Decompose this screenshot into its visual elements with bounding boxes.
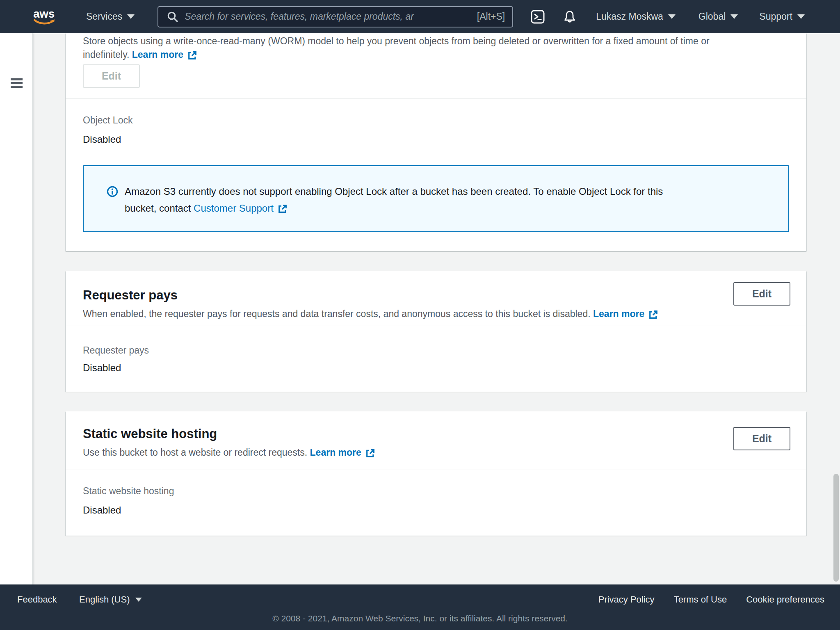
edit-requester-pays-button[interactable]: Edit (733, 282, 790, 306)
static-hosting-field-value: Disabled (83, 504, 789, 517)
bell-icon (562, 9, 577, 24)
chevron-down-icon (135, 598, 142, 602)
static-hosting-field-label: Static website hosting (83, 485, 789, 497)
cloudshell-terminal-icon (530, 9, 545, 24)
info-alert: Amazon S3 currently does not support ena… (83, 165, 789, 232)
external-link-icon (648, 310, 658, 320)
requester-pays-field-value: Disabled (83, 361, 789, 374)
notifications-button[interactable] (562, 9, 577, 24)
static-hosting-title: Static website hosting (83, 426, 789, 442)
alert-message: Amazon S3 currently does not support ena… (125, 183, 663, 217)
object-lock-description: Store objects using a write-once-read-ma… (83, 34, 789, 62)
learn-more-link[interactable]: Learn more (310, 446, 375, 459)
object-lock-field-label: Object Lock (83, 114, 789, 126)
language-selector[interactable]: English (US) (79, 594, 142, 605)
external-link-icon (277, 204, 288, 214)
main-content: Store objects using a write-once-read-ma… (33, 33, 840, 584)
account-name-label: Lukasz Moskwa (596, 11, 663, 22)
support-menu[interactable]: Support (759, 11, 805, 22)
aws-logo-icon: aws (32, 7, 57, 27)
chevron-down-icon (797, 14, 805, 19)
console-footer: Feedback English (US) Privacy Policy Ter… (0, 584, 840, 630)
cloudshell-button[interactable] (530, 9, 545, 24)
menu-bar (11, 78, 23, 80)
aws-logo[interactable]: aws (32, 7, 57, 27)
menu-icon[interactable] (11, 78, 23, 89)
static-hosting-description: Use this bucket to host a website or red… (83, 446, 789, 459)
top-navigation-bar: aws Services Search for services, featur… (0, 0, 840, 33)
region-label: Global (698, 11, 726, 22)
requester-pays-title: Requester pays (83, 288, 789, 303)
language-label: English (US) (79, 594, 130, 605)
learn-more-link[interactable]: Learn more (593, 307, 658, 321)
copyright-notice: © 2008 - 2021, Amazon Web Services, Inc.… (0, 614, 840, 623)
edit-static-hosting-button[interactable]: Edit (733, 427, 790, 450)
customer-support-link[interactable]: Customer Support (194, 200, 288, 217)
search-icon (167, 11, 179, 23)
cookie-preferences-link[interactable]: Cookie preferences (746, 594, 824, 605)
learn-more-link[interactable]: Learn more (132, 48, 197, 62)
chevron-down-icon (730, 14, 738, 19)
object-lock-field-value: Disabled (83, 133, 789, 146)
support-label: Support (759, 11, 792, 22)
requester-pays-description: When enabled, the requester pays for req… (83, 307, 789, 321)
search-input[interactable]: Search for services, features, marketpla… (158, 6, 513, 27)
search-placeholder: Search for services, features, marketpla… (185, 11, 414, 22)
privacy-policy-link[interactable]: Privacy Policy (598, 594, 655, 605)
collapsed-sidebar (0, 33, 33, 584)
requester-pays-field-label: Requester pays (83, 344, 789, 356)
services-label: Services (86, 11, 122, 22)
region-menu[interactable]: Global (698, 11, 738, 22)
static-website-hosting-card: Static website hosting Use this bucket t… (66, 411, 806, 536)
chevron-down-icon (127, 14, 135, 19)
info-icon (106, 185, 119, 198)
menu-bar (11, 82, 23, 84)
search-shortcut-hint: [Alt+S] (477, 11, 505, 22)
svg-text:aws: aws (33, 7, 55, 20)
requester-pays-card: Requester pays When enabled, the request… (66, 271, 806, 392)
feedback-link[interactable]: Feedback (17, 594, 57, 605)
external-link-icon (187, 50, 197, 61)
services-menu[interactable]: Services (86, 11, 135, 22)
menu-bar (11, 86, 23, 88)
vertical-scrollbar-thumb[interactable] (833, 474, 839, 582)
external-link-icon (365, 448, 375, 459)
terms-of-use-link[interactable]: Terms of Use (674, 594, 727, 605)
edit-object-lock-button[interactable]: Edit (83, 64, 140, 88)
object-lock-card: Store objects using a write-once-read-ma… (66, 33, 806, 251)
chevron-down-icon (668, 14, 676, 19)
account-menu[interactable]: Lukasz Moskwa (596, 11, 676, 22)
